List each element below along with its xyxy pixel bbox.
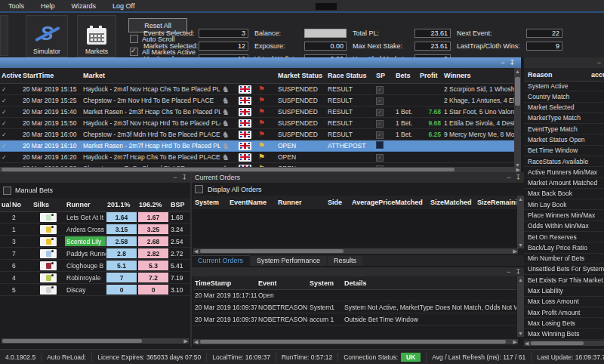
log-row[interactable]: 20 Mar 2019 15:17:11Open [193, 289, 516, 301]
reason-row-system-active[interactable]: System ActiveTrue [524, 81, 604, 91]
menu-item-tools[interactable]: Tools [0, 2, 32, 11]
market-grid-hscrollbar[interactable]: ▶ [0, 167, 521, 172]
market-panel-titlebar[interactable]: − ↧ [0, 57, 521, 68]
scroll-down-icon[interactable]: ▼ [518, 331, 523, 336]
manual-bets-titlebar[interactable]: − ↧ [0, 172, 190, 183]
scrollbar-thumb[interactable] [200, 249, 344, 253]
sp-checkbox[interactable]: ✓ [376, 131, 384, 139]
scrollbar-thumb[interactable] [200, 340, 506, 344]
lay-price-cell[interactable]: 2.82 [138, 248, 168, 258]
reason-row-bet-exists-for-this-market[interactable]: Bet Exists For This MarketTrue [524, 275, 604, 285]
pin-icon[interactable]: ↧ [515, 269, 521, 276]
scroll-right-icon[interactable]: ▶ [513, 248, 517, 254]
log-vscrollbar[interactable]: ▲ ▼ [517, 276, 524, 337]
reason-row-max-loss-amount[interactable]: Max Loss AmountTrue [524, 297, 604, 307]
reason-row-eventtype-match[interactable]: EventType MatchTrue [524, 124, 604, 134]
reason-row-max-winning-bets[interactable]: Max Winning BetsTrue [524, 329, 604, 339]
manual-bets-hscrollbar[interactable]: ▶ [2, 338, 189, 344]
reason-row-max-profit-amount[interactable]: Max Profit AmountTrue [524, 307, 604, 318]
bet-row-paddys-runner[interactable]: 7Paddys Runner2.82.822.72 [0, 248, 190, 260]
scroll-left-icon[interactable]: ◀ [194, 248, 198, 254]
market-row[interactable]: ✓20 Mar 2019 16:20Haydock - 2m7f Hcap Ch… [0, 152, 521, 163]
market-row[interactable]: ✓20 Mar 2019 15:50Haydock - 2m3f Nov Hca… [0, 118, 521, 129]
markets-button[interactable]: Markets [77, 15, 116, 57]
bet-row-discay[interactable]: 5Discay003.10 [0, 284, 190, 296]
reason-row-active-runners-min-max[interactable]: Active Runners Min/MaxTrue [524, 167, 604, 177]
clipped-toolbar-button[interactable] [0, 15, 8, 56]
pin-icon[interactable]: ↧ [509, 59, 515, 66]
scrollbar-thumb[interactable] [2, 168, 455, 171]
sp-checkbox[interactable]: ✓ [376, 97, 384, 105]
minimize-icon[interactable]: − [173, 174, 177, 181]
sp-checkbox[interactable] [376, 141, 384, 149]
reason-row-market-selected[interactable]: Market SelectedTrue [524, 103, 604, 113]
bet-row-ardera-cross[interactable]: 1Ardera Cross3.153.253.24 [0, 224, 190, 236]
simulator-button[interactable]: S Simulator [26, 15, 68, 57]
scrollbar-thumb[interactable] [531, 341, 584, 345]
back-price-cell[interactable]: 7 [106, 273, 137, 282]
sp-checkbox[interactable]: ✓ [376, 86, 384, 94]
checkbox-icon[interactable] [3, 187, 11, 195]
stat-value-field[interactable]: 23.61 [414, 29, 451, 38]
log-panel-titlebar[interactable]: − ↧ [192, 267, 524, 276]
reason-row-country-match[interactable]: Country MatchTrue [524, 91, 604, 102]
market-row[interactable]: ✓20 Mar 2019 16:00Chepstow - 2m3f Mdn Hr… [0, 129, 521, 140]
lay-price-cell[interactable]: 7.2 [138, 273, 168, 282]
reason-row-odds-within-min-max[interactable]: Odds Within Min/MaxTrue [524, 221, 604, 232]
minimize-icon[interactable]: − [507, 174, 510, 181]
reason-row-bet-time-window[interactable]: Bet Time WindowFalse [524, 146, 604, 156]
lay-price-cell[interactable]: 5.3 [138, 261, 168, 270]
sp-checkbox[interactable]: ✓ [376, 154, 384, 162]
log-row[interactable]: 20 Mar 2019 16:09:37NOBETREASONSaccum 1O… [193, 313, 516, 325]
minimize-icon[interactable]: − [507, 269, 510, 276]
tab-results[interactable]: Results [328, 256, 362, 266]
checkbox-icon[interactable] [195, 185, 203, 193]
pin-icon[interactable]: ↧ [181, 174, 187, 181]
orders-hscrollbar[interactable]: ◀ ▶ [193, 248, 518, 254]
market-row[interactable]: ✓20 Mar 2019 15:25Chepstow - 2m Nov Hrd … [0, 95, 521, 106]
back-price-cell[interactable]: 2.58 [106, 236, 137, 246]
checkbox-icon[interactable] [130, 35, 138, 43]
reason-row-max-losing-bets[interactable]: Max Losing BetsTrue [524, 318, 604, 329]
reason-row-min-number-of-bets[interactable]: Min Number of BetsTrue [524, 254, 604, 264]
reason-row-racestatus-available[interactable]: RaceStatus AvailableTrue [524, 156, 604, 167]
reason-row-market-status-open[interactable]: Market Status OpenTrue [524, 134, 604, 145]
display-all-orders-checkbox[interactable]: Display All Orders [195, 185, 262, 193]
scrollbar-thumb[interactable] [2, 339, 142, 343]
reason-row-market-amount-matched[interactable]: Market Amount MatchedTrue [524, 178, 604, 189]
sp-checkbox[interactable]: ✓ [376, 109, 384, 116]
menu-item-help[interactable]: Help [32, 2, 63, 11]
lay-price-cell[interactable]: 0 [138, 285, 168, 295]
market-row[interactable]: ✓20 Mar 2019 16:10Market Rasen - 2m7f Hc… [0, 140, 521, 152]
stat-value-field[interactable]: 3 [199, 29, 248, 38]
log-hscrollbar[interactable]: ◀ ▶ [193, 339, 518, 344]
lay-price-cell[interactable]: 3.25 [138, 224, 168, 234]
back-price-cell[interactable]: 2.8 [106, 248, 137, 258]
back-price-cell[interactable]: 3.15 [106, 224, 137, 234]
menu-item-log-off[interactable]: Log Off [104, 2, 143, 11]
reason-panel-hscrollbar[interactable]: ◀ [524, 341, 604, 346]
back-price-cell[interactable]: 5.1 [106, 261, 137, 270]
market-row[interactable]: ✓20 Mar 2019 15:15Haydock - 2m4f Nov Hca… [0, 84, 521, 95]
reason-row-max-liability[interactable]: Max LiabilityTrue [524, 285, 604, 296]
market-grid-vscrollbar[interactable]: ▲ ▼ [514, 68, 521, 168]
reason-row-place-winners-min-max[interactable]: Place Winners Min/MaxTrue [524, 210, 604, 221]
back-price-cell[interactable]: 1.64 [106, 212, 137, 222]
reason-row-bet-on-reserves[interactable]: Bet On ReservesTrue [524, 232, 604, 242]
bet-row-robinroyale[interactable]: 4Robinroyale77.27.19 [0, 272, 190, 284]
market-row[interactable]: ✓20 Mar 2019 15:40Market Rasen - 2m3f Hc… [0, 106, 521, 118]
stat-value-field[interactable]: 9 [526, 42, 562, 51]
current-orders-titlebar[interactable]: Current Orders − ↧ [192, 172, 524, 183]
lay-price-cell[interactable]: 1.67 [138, 212, 168, 222]
scroll-up-icon[interactable]: ▲ [515, 69, 520, 74]
reason-row-back-lay-price-ratio[interactable]: Back/Lay Price RatioTrue [524, 242, 604, 253]
reason-row-markettype-match[interactable]: MarketType MatchTrue [524, 113, 604, 124]
back-price-cell[interactable]: 0 [106, 285, 137, 295]
tab-current-orders[interactable]: Current Orders [192, 255, 249, 266]
stat-value-field[interactable] [304, 29, 347, 38]
reason-panel-titlebar[interactable]: − [524, 57, 604, 68]
reason-row-unsettled-bets-for-system[interactable]: Unsettled Bets For SystemTrue [524, 264, 604, 275]
scroll-left-icon[interactable]: ◀ [194, 339, 198, 344]
manual-bets-checkbox[interactable]: Manual Bets [0, 185, 193, 196]
minimize-icon[interactable]: − [501, 59, 504, 66]
